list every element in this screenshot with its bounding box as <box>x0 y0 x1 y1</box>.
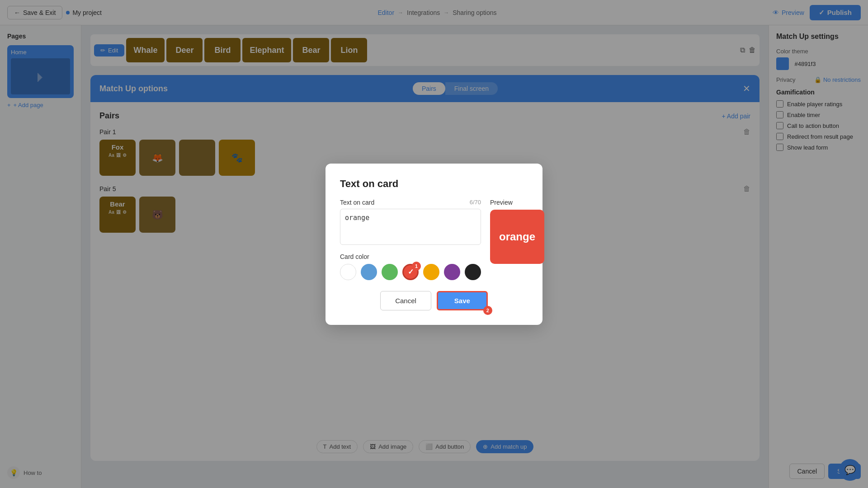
card-color-label: Card color <box>340 253 481 260</box>
char-count: 6/70 <box>470 199 481 206</box>
badge-1: 1 <box>412 262 421 271</box>
badge-2: 2 <box>483 306 492 315</box>
dialog-save-wrapper: Save 2 <box>437 291 488 310</box>
preview-section: Preview orange <box>490 199 544 280</box>
color-blue[interactable] <box>361 264 377 280</box>
color-red[interactable]: ✓ 1 <box>402 264 419 280</box>
text-on-card-input[interactable] <box>340 209 481 245</box>
dialog-cancel-button[interactable]: Cancel <box>380 291 431 310</box>
color-white[interactable] <box>340 264 356 280</box>
preview-label: Preview <box>490 199 544 206</box>
text-on-card-dialog: Text on card Text on card 6/70 Card colo… <box>326 164 542 325</box>
preview-card: orange <box>490 210 544 264</box>
color-purple[interactable] <box>444 264 460 280</box>
color-orange[interactable] <box>423 264 439 280</box>
text-on-card-label: Text on card <box>340 199 374 206</box>
dialog-overlay: Text on card Text on card 6/70 Card colo… <box>0 0 868 488</box>
color-green[interactable] <box>382 264 398 280</box>
dialog-actions: Cancel Save 2 <box>340 291 528 310</box>
dialog-content-row: Text on card 6/70 Card color ✓ 1 <box>340 199 528 280</box>
dialog-field-label-row: Text on card 6/70 <box>340 199 481 206</box>
color-options: ✓ 1 <box>340 264 481 280</box>
dialog-title: Text on card <box>340 178 528 190</box>
dialog-save-button[interactable]: Save <box>437 291 488 310</box>
color-black[interactable] <box>465 264 481 280</box>
dialog-left: Text on card 6/70 Card color ✓ 1 <box>340 199 481 280</box>
